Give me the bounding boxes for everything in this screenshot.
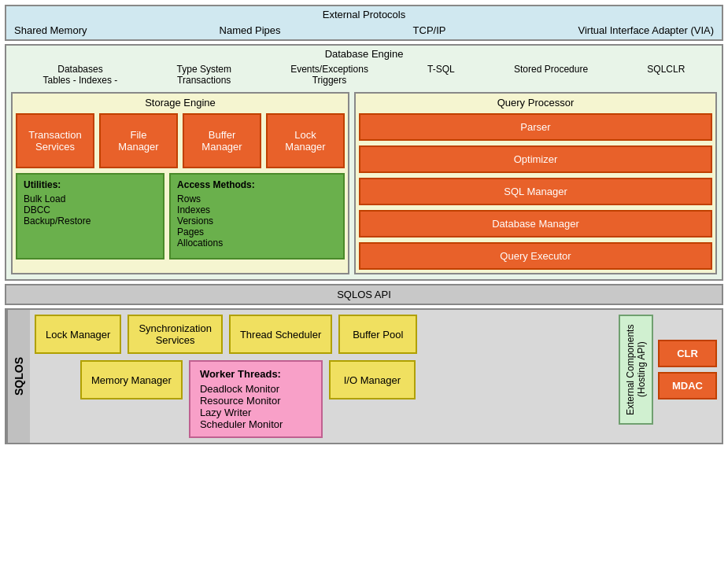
header-tsql: T-SQL <box>427 64 455 86</box>
sqlos-api-title: SQLOS API <box>337 289 391 300</box>
header-db-tables: DatabasesTables - Indexes - <box>43 64 118 86</box>
file-manager-box: FileManager <box>99 113 178 168</box>
ext-proto-title: External Protocols <box>6 6 722 23</box>
sqlos-api-section: SQLOS API <box>5 284 723 305</box>
io-manager-box: I/O Manager <box>329 360 416 399</box>
sqlos-row2: Memory Manager Worker Threads: Deadlock … <box>35 360 612 438</box>
sqlos-row1: Lock Manager SynchronizationServices Thr… <box>35 315 612 354</box>
db-engine-header: DatabasesTables - Indexes - Type SystemT… <box>6 62 722 89</box>
utilities-bulk-load: Bulk Load <box>24 193 157 204</box>
sqlos-content: Lock Manager SynchronizationServices Thr… <box>30 310 722 443</box>
transaction-services-box: TransactionServices <box>16 113 94 168</box>
named-pipes-label: Named Pipes <box>220 24 281 36</box>
query-processor-section: Query Processor Parser Optimizer SQL Man… <box>354 92 717 274</box>
thread-scheduler-box: Thread Scheduler <box>229 315 332 354</box>
am-allocations: Allocations <box>177 237 337 249</box>
utilities-box: Utilities: Bulk Load DBCC Backup/Restore <box>16 173 164 260</box>
tcpip-label: TCP/IP <box>413 24 446 36</box>
via-label: Virtual Interface Adapter (VIA) <box>578 24 714 36</box>
wt-scheduler: Scheduler Monitor <box>200 418 312 430</box>
header-events: Events/ExceptionsTriggers <box>290 64 368 86</box>
qp-items: Parser Optimizer SQL Manager Database Ma… <box>359 113 712 270</box>
header-type-system: Type SystemTransactions <box>177 64 231 86</box>
worker-threads-box: Worker Threads: Deadlock Monitor Resourc… <box>189 360 323 438</box>
parser-box: Parser <box>359 113 712 141</box>
query-executor-box: Query Executor <box>359 242 712 270</box>
lock-manager-box: LockManager <box>266 113 345 168</box>
ext-proto-items: Shared Memory Named Pipes TCP/IP Virtual… <box>6 23 722 39</box>
access-methods-box: Access Methods: Rows Indexes Versions Pa… <box>169 173 345 260</box>
header-sqlclr: SQLCLR <box>647 64 685 86</box>
buffer-pool-box: Buffer Pool <box>338 315 417 354</box>
sql-manager-box: SQL Manager <box>359 178 712 205</box>
memory-manager-box: Memory Manager <box>80 360 183 399</box>
mdac-box: MDAC <box>658 372 717 399</box>
storage-engine-section: Storage Engine TransactionServices FileM… <box>11 92 349 274</box>
storage-engine-title: Storage Engine <box>16 97 345 109</box>
wt-deadlock: Deadlock Monitor <box>200 383 312 395</box>
db-engine-title: Database Engine <box>6 46 722 62</box>
utilities-dbcc: DBCC <box>24 204 157 215</box>
lock-manager-sqlos-box: Lock Manager <box>35 315 121 354</box>
am-versions: Versions <box>177 215 337 226</box>
optimizer-box: Optimizer <box>359 145 712 173</box>
se-bottom-row: Utilities: Bulk Load DBCC Backup/Restore… <box>16 173 345 260</box>
external-components-box: External Components(Hosting API) <box>619 315 653 425</box>
database-manager-box: Database Manager <box>359 210 712 237</box>
shared-memory-label: Shared Memory <box>14 24 87 36</box>
engine-main: Storage Engine TransactionServices FileM… <box>6 89 722 279</box>
access-methods-title: Access Methods: <box>177 179 337 190</box>
am-pages: Pages <box>177 226 337 237</box>
qp-title: Query Processor <box>359 97 712 109</box>
sync-services-box: SynchronizationServices <box>127 315 223 354</box>
utilities-backup: Backup/Restore <box>24 215 157 226</box>
wt-lazy: Lazy Writer <box>200 407 312 418</box>
header-stored-proc: Stored Procedure <box>514 64 588 86</box>
external-protocols-section: External Protocols Shared Memory Named P… <box>5 5 723 41</box>
buffer-manager-box: BufferManager <box>183 113 261 168</box>
worker-threads-title: Worker Threads: <box>200 368 312 380</box>
wt-resource: Resource Monitor <box>200 395 312 407</box>
sqlos-label: SQLOS <box>6 310 30 443</box>
utilities-title: Utilities: <box>24 179 157 190</box>
am-rows: Rows <box>177 193 337 204</box>
se-top-row: TransactionServices FileManager BufferMa… <box>16 113 345 168</box>
clr-box: CLR <box>658 340 717 367</box>
am-indexes: Indexes <box>177 204 337 215</box>
sqlos-section: SQLOS Lock Manager SynchronizationServic… <box>5 308 723 444</box>
database-engine-section: Database Engine DatabasesTables - Indexe… <box>5 44 723 281</box>
